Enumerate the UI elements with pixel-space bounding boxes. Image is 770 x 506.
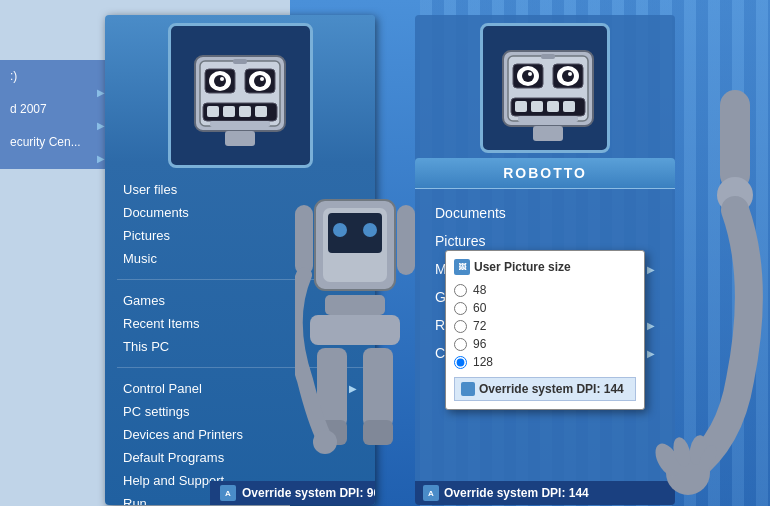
picture-size-popup: 🖼 User Picture size 48 60 72 96 128 Over… (445, 250, 645, 410)
svg-point-41 (568, 72, 572, 76)
label-96: 96 (473, 337, 486, 351)
svg-rect-44 (515, 101, 527, 112)
svg-point-22 (363, 223, 377, 237)
dpi-icon-right: A (423, 485, 439, 501)
svg-point-21 (333, 223, 347, 237)
svg-rect-46 (547, 101, 559, 112)
svg-rect-16 (225, 131, 255, 146)
label-60: 60 (473, 301, 486, 315)
radio-48[interactable] (454, 284, 467, 297)
radio-96[interactable] (454, 338, 467, 351)
option-128[interactable]: 128 (454, 353, 636, 371)
radio-128[interactable] (454, 356, 467, 369)
svg-rect-14 (239, 106, 251, 117)
svg-point-39 (562, 70, 574, 82)
popup-title: 🖼 User Picture size (454, 259, 636, 275)
svg-point-31 (313, 430, 337, 454)
svg-rect-15 (255, 106, 267, 117)
label-72: 72 (473, 319, 486, 333)
option-96[interactable]: 96 (454, 335, 636, 353)
partial-item-2: d 2007 (0, 98, 110, 120)
popup-icon: 🖼 (454, 259, 470, 275)
svg-rect-42 (541, 54, 555, 59)
svg-rect-50 (720, 90, 750, 190)
option-48[interactable]: 48 (454, 281, 636, 299)
svg-rect-13 (223, 106, 235, 117)
dpi-label-right: Override system DPI: 144 (444, 486, 589, 500)
partial-item-1: :) (0, 65, 110, 87)
radio-60[interactable] (454, 302, 467, 315)
svg-rect-48 (533, 126, 563, 141)
partial-item-3: ecurity Cen... (0, 131, 110, 153)
option-72[interactable]: 72 (454, 317, 636, 335)
svg-rect-47 (563, 101, 575, 112)
svg-rect-49 (518, 116, 578, 122)
partial-chevron-1: ▶ (0, 87, 110, 98)
left-partial-menu: :) ▶ d 2007 ▶ ecurity Cen... ▶ (0, 60, 110, 169)
footer-icon (461, 382, 475, 396)
radio-72[interactable] (454, 320, 467, 333)
svg-rect-23 (325, 295, 385, 315)
partial-chevron-3: ▶ (0, 153, 110, 164)
robot-middle (295, 180, 415, 500)
popup-footer: Override system DPI: 144 (454, 377, 636, 401)
label-48: 48 (473, 283, 486, 297)
svg-rect-26 (397, 205, 415, 275)
svg-rect-45 (531, 101, 543, 112)
svg-point-40 (528, 72, 532, 76)
right-panel-title: ROBOTTO (503, 165, 587, 181)
avatar-left[interactable] (168, 23, 313, 168)
robot-icon-left (175, 31, 305, 161)
option-60[interactable]: 60 (454, 299, 636, 317)
svg-point-8 (220, 77, 224, 81)
svg-rect-17 (210, 121, 270, 127)
svg-rect-30 (363, 420, 393, 445)
svg-point-38 (522, 70, 534, 82)
svg-point-6 (214, 75, 226, 87)
svg-rect-10 (233, 59, 247, 64)
svg-point-9 (260, 77, 264, 81)
footer-label: Override system DPI: 144 (479, 382, 624, 396)
svg-rect-25 (295, 205, 313, 275)
dpi-icon-left: A (220, 485, 236, 501)
robot-body-svg (295, 180, 415, 500)
svg-rect-12 (207, 106, 219, 117)
svg-point-7 (254, 75, 266, 87)
svg-rect-24 (310, 315, 400, 345)
label-128: 128 (473, 355, 493, 369)
svg-rect-29 (363, 348, 393, 428)
partial-chevron-2: ▶ (0, 120, 110, 131)
